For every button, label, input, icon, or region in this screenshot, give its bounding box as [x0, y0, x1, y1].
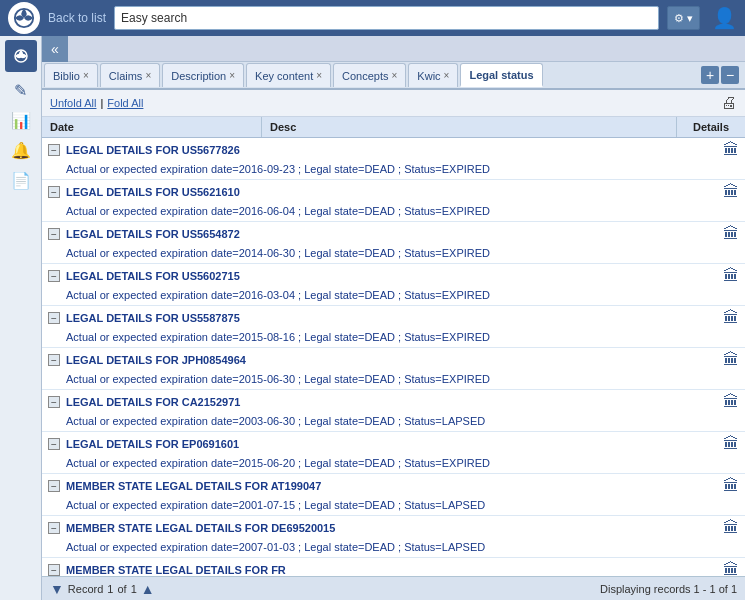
row-detail: Actual or expected expiration date=2001-…	[42, 498, 745, 515]
row-detail: Actual or expected expiration date=2003-…	[42, 414, 745, 431]
tab-concepts[interactable]: Concepts ×	[333, 63, 406, 87]
row-detail: Actual or expected expiration date=2016-…	[42, 162, 745, 179]
row-header[interactable]: − MEMBER STATE LEGAL DETAILS FOR FR 🏛	[42, 558, 745, 576]
user-icon[interactable]: 👤	[712, 6, 737, 30]
tab-description[interactable]: Description ×	[162, 63, 244, 87]
remove-tab-button[interactable]: −	[721, 66, 739, 84]
sidebar-doc-icon[interactable]: 📄	[5, 166, 37, 194]
row-title: LEGAL DETAILS FOR JPH0854964	[66, 354, 246, 366]
sidebar-bell-icon[interactable]: 🔔	[5, 136, 37, 164]
collapse-row-icon[interactable]: −	[48, 270, 60, 282]
tab-description-label: Description	[171, 70, 226, 82]
table-row: − LEGAL DETAILS FOR JPH0854964 🏛 Actual …	[42, 348, 745, 390]
tab-claims-close[interactable]: ×	[145, 70, 151, 81]
collapse-row-icon[interactable]: −	[48, 228, 60, 240]
row-header[interactable]: − LEGAL DETAILS FOR US5602715 🏛	[42, 264, 745, 288]
tab-key-content[interactable]: Key content ×	[246, 63, 331, 87]
collapse-row-icon[interactable]: −	[48, 438, 60, 450]
collapse-row-icon[interactable]: −	[48, 186, 60, 198]
tab-biblio[interactable]: Biblio ×	[44, 63, 98, 87]
tab-concepts-label: Concepts	[342, 70, 388, 82]
collapse-sidebar-button[interactable]: «	[42, 36, 68, 62]
collapse-row-icon[interactable]: −	[48, 480, 60, 492]
record-label: Record	[68, 583, 103, 595]
tab-kwic-label: Kwic	[417, 70, 440, 82]
bottom-bar: ▼ Record 1 of 1 ▲ Displaying records 1 -…	[42, 576, 745, 600]
collapse-row: «	[42, 36, 745, 62]
record-nav: ▼ Record 1 of 1 ▲	[50, 581, 155, 597]
collapse-row-icon[interactable]: −	[48, 522, 60, 534]
table-row: − MEMBER STATE LEGAL DETAILS FOR FR 🏛 Ac…	[42, 558, 745, 576]
displaying-label: Displaying records 1 - 1 of 1	[600, 583, 737, 595]
row-header[interactable]: − LEGAL DETAILS FOR US5587875 🏛	[42, 306, 745, 330]
institution-icon[interactable]: 🏛	[723, 393, 739, 411]
table-row: − LEGAL DETAILS FOR US5654872 🏛 Actual o…	[42, 222, 745, 264]
col-desc: Desc	[262, 117, 677, 137]
tab-kwic-close[interactable]: ×	[444, 70, 450, 81]
row-header[interactable]: − MEMBER STATE LEGAL DETAILS FOR DE69520…	[42, 516, 745, 540]
tab-legal-status[interactable]: Legal status	[460, 63, 542, 87]
table-body: − LEGAL DETAILS FOR US5677826 🏛 Actual o…	[42, 138, 745, 576]
unfold-all-link[interactable]: Unfold All	[50, 97, 96, 109]
fold-all-link[interactable]: Fold All	[107, 97, 143, 109]
row-header[interactable]: − MEMBER STATE LEGAL DETAILS FOR AT19904…	[42, 474, 745, 498]
tab-description-close[interactable]: ×	[229, 70, 235, 81]
collapse-row-icon[interactable]: −	[48, 396, 60, 408]
row-header[interactable]: − LEGAL DETAILS FOR EP0691601 🏛	[42, 432, 745, 456]
table-row: − LEGAL DETAILS FOR US5677826 🏛 Actual o…	[42, 138, 745, 180]
collapse-row-icon[interactable]: −	[48, 354, 60, 366]
table-header: Date Desc Details	[42, 117, 745, 138]
search-input[interactable]	[114, 6, 659, 30]
tab-claims-label: Claims	[109, 70, 143, 82]
row-detail: Actual or expected expiration date=2015-…	[42, 456, 745, 473]
row-title: LEGAL DETAILS FOR US5677826	[66, 144, 240, 156]
sidebar-patent-btn[interactable]	[5, 40, 37, 72]
row-title: LEGAL DETAILS FOR US5602715	[66, 270, 240, 282]
row-header[interactable]: − LEGAL DETAILS FOR US5677826 🏛	[42, 138, 745, 162]
table-row: − LEGAL DETAILS FOR US5621610 🏛 Actual o…	[42, 180, 745, 222]
institution-icon[interactable]: 🏛	[723, 183, 739, 201]
institution-icon[interactable]: 🏛	[723, 309, 739, 327]
row-title: LEGAL DETAILS FOR US5654872	[66, 228, 240, 240]
row-header[interactable]: − LEGAL DETAILS FOR CA2152971 🏛	[42, 390, 745, 414]
institution-icon[interactable]: 🏛	[723, 267, 739, 285]
sidebar: ✎ 📊 🔔 📄	[0, 36, 42, 600]
sidebar-edit-icon[interactable]: ✎	[5, 76, 37, 104]
institution-icon[interactable]: 🏛	[723, 141, 739, 159]
tab-key-content-close[interactable]: ×	[316, 70, 322, 81]
row-header[interactable]: − LEGAL DETAILS FOR US5621610 🏛	[42, 180, 745, 204]
tab-concepts-close[interactable]: ×	[392, 70, 398, 81]
row-detail: Actual or expected expiration date=2016-…	[42, 204, 745, 221]
back-to-list-link[interactable]: Back to list	[48, 11, 106, 25]
top-bar: Back to list ⚙ ▾ 👤	[0, 0, 745, 36]
institution-icon[interactable]: 🏛	[723, 519, 739, 537]
add-tab-button[interactable]: +	[701, 66, 719, 84]
collapse-row-icon[interactable]: −	[48, 312, 60, 324]
tab-claims[interactable]: Claims ×	[100, 63, 160, 87]
row-detail: Actual or expected expiration date=2007-…	[42, 540, 745, 557]
institution-icon[interactable]: 🏛	[723, 225, 739, 243]
row-detail: Actual or expected expiration date=2015-…	[42, 330, 745, 347]
record-total: 1	[131, 583, 137, 595]
unfold-row: Unfold All | Fold All 🖨	[42, 90, 745, 117]
institution-icon[interactable]: 🏛	[723, 435, 739, 453]
row-header[interactable]: − LEGAL DETAILS FOR US5654872 🏛	[42, 222, 745, 246]
institution-icon[interactable]: 🏛	[723, 477, 739, 495]
next-record-button[interactable]: ▲	[141, 581, 155, 597]
record-current: 1	[107, 583, 113, 595]
print-button[interactable]: 🖨	[721, 94, 737, 112]
search-button[interactable]: ⚙ ▾	[667, 6, 700, 30]
row-header[interactable]: − LEGAL DETAILS FOR JPH0854964 🏛	[42, 348, 745, 372]
row-detail: Actual or expected expiration date=2014-…	[42, 246, 745, 263]
collapse-row-icon[interactable]: −	[48, 564, 60, 576]
table-row: − MEMBER STATE LEGAL DETAILS FOR DE69520…	[42, 516, 745, 558]
prev-record-button[interactable]: ▼	[50, 581, 64, 597]
sidebar-analytics-icon[interactable]: 📊	[5, 106, 37, 134]
tab-kwic[interactable]: Kwic ×	[408, 63, 458, 87]
logo	[8, 2, 40, 34]
tab-biblio-label: Biblio	[53, 70, 80, 82]
institution-icon[interactable]: 🏛	[723, 351, 739, 369]
tab-biblio-close[interactable]: ×	[83, 70, 89, 81]
collapse-row-icon[interactable]: −	[48, 144, 60, 156]
institution-icon[interactable]: 🏛	[723, 561, 739, 576]
